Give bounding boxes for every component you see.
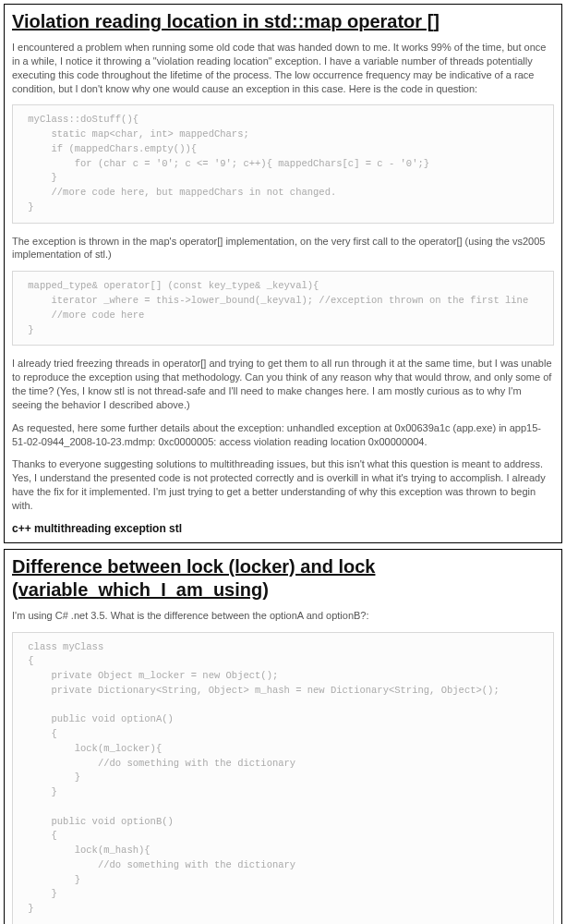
post-paragraph: I already tried freezing threads in oper… xyxy=(12,357,554,411)
code-block: class myClass { private Object m_locker … xyxy=(12,632,554,924)
code-block: mapped_type& operator[] (const key_type&… xyxy=(12,271,554,346)
post-paragraph: The exception is thrown in the map's ope… xyxy=(12,235,554,262)
post-paragraph: I encountered a problem when running som… xyxy=(12,41,554,95)
post-paragraph: I'm using C# .net 3.5. What is the diffe… xyxy=(12,609,554,623)
post: Violation reading location in std::map o… xyxy=(4,4,562,543)
post-tags[interactable]: c++ multithreading exception stl xyxy=(12,522,554,535)
post-paragraph: Thanks to everyone suggesting solutions … xyxy=(12,457,554,512)
post-paragraph: As requested, here some further details … xyxy=(12,421,554,449)
post-title[interactable]: Difference between lock (locker) and loc… xyxy=(12,555,554,602)
post: Difference between lock (locker) and loc… xyxy=(4,549,562,924)
code-block: myClass::doStuff(){ static map<char, int… xyxy=(12,104,554,223)
post-title[interactable]: Violation reading location in std::map o… xyxy=(12,10,554,33)
